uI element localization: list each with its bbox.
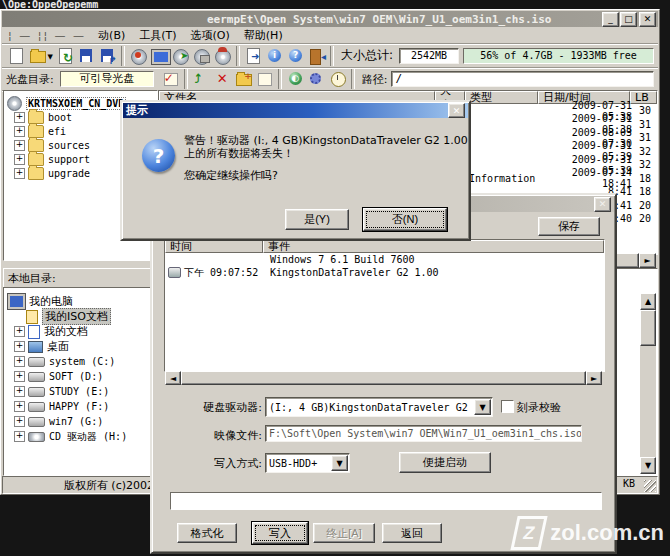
minimize-button[interactable]: _: [602, 12, 619, 27]
yes-button[interactable]: 是(Y): [285, 209, 349, 230]
menu-item[interactable]: 动(B): [98, 28, 125, 43]
verify-label[interactable]: 刻录校验: [517, 400, 561, 415]
documents-icon: [28, 325, 40, 339]
write-button[interactable]: 写入: [252, 522, 308, 544]
no-button[interactable]: 否(N): [363, 208, 447, 231]
local-tree-item[interactable]: +CD 驱动器 (H:): [4, 429, 157, 444]
help-icon[interactable]: ?: [287, 48, 304, 64]
burn-cd-icon[interactable]: [130, 48, 147, 64]
log-hscrollbar[interactable]: ◄ ►: [165, 371, 602, 385]
main-title-bar[interactable]: eermpEt\Open System\win7 OEM\Win7_U1_oem…: [2, 11, 658, 27]
bootable-status: 可引导光盘: [60, 71, 154, 87]
format-button[interactable]: 格式化: [177, 523, 237, 543]
scroll-down-icon[interactable]: ▼: [640, 457, 656, 474]
expand-plus-icon[interactable]: +: [14, 416, 25, 427]
drive-select-arrow-icon[interactable]: ▼: [474, 399, 491, 415]
local-tree-item[interactable]: +SOFT (D:): [4, 369, 157, 384]
rip-disc-icon[interactable]: [193, 48, 210, 64]
write-dialog-close-icon[interactable]: ✕: [594, 197, 611, 212]
local-item-label: SOFT (D:): [49, 371, 103, 382]
scroll-up-icon[interactable]: ▲: [640, 293, 656, 310]
local-tree-item[interactable]: +STUDY (E:): [4, 384, 157, 399]
open-image-icon[interactable]: ▼: [29, 48, 53, 64]
save-as-icon[interactable]: ↱: [99, 48, 116, 64]
expand-plus-icon[interactable]: +: [14, 341, 25, 352]
local-list-vscrollbar[interactable]: ▲ ▼: [640, 293, 656, 474]
log-column-event[interactable]: 事件: [263, 240, 604, 253]
abort-button[interactable]: 终止[A]: [313, 523, 375, 543]
drive-select-value: (I:, 4 GB)KingstonDataTraveler G2 1.00: [266, 402, 474, 413]
menu-item[interactable]: 选项(O): [191, 28, 230, 43]
back-button[interactable]: 返回: [382, 523, 442, 543]
write-method-select[interactable]: USB-HDD+ ▼: [265, 453, 350, 473]
menu-item[interactable]: 帮助(H): [244, 28, 283, 43]
scroll-right-icon[interactable]: ►: [639, 253, 656, 268]
local-item-label: CD 驱动器 (H:): [49, 430, 127, 444]
make-image-icon[interactable]: [151, 48, 168, 64]
verify-doc-icon[interactable]: ✓: [162, 71, 179, 87]
path-label: 路径:: [362, 72, 388, 87]
quick-boot-button[interactable]: 便捷启动: [399, 452, 491, 473]
expand-plus-icon[interactable]: +: [14, 112, 25, 123]
rename-icon[interactable]: [256, 71, 273, 87]
write-method-arrow-icon[interactable]: ▼: [331, 455, 348, 471]
save-log-button[interactable]: 保存: [538, 217, 600, 236]
history-clock-icon[interactable]: [329, 71, 346, 87]
boot-disc-icon[interactable]: [214, 48, 231, 64]
expand-plus-icon[interactable]: +: [14, 154, 25, 165]
expand-plus-icon[interactable]: +: [14, 126, 25, 137]
expand-plus-icon[interactable]: +: [14, 140, 25, 151]
local-tree-item[interactable]: +win7 (G:): [4, 414, 157, 429]
maximize-button[interactable]: □: [620, 12, 637, 27]
extract-icon[interactable]: ⤴: [193, 71, 210, 87]
local-tree-item[interactable]: 我的电脑: [4, 294, 157, 309]
expand-plus-icon[interactable]: +: [14, 371, 25, 382]
event-log-row[interactable]: 下午 09:07:52KingstonDataTraveler G2 1.00: [165, 266, 604, 279]
column-type[interactable]: 类型: [465, 91, 538, 104]
resize-grip[interactable]: [644, 480, 656, 492]
event-log-row[interactable]: Windows 7 6.1 Build 7600: [165, 253, 604, 266]
image-file-field[interactable]: F:\Soft\Open System\win7 OEM\Win7_U1_oem…: [265, 425, 582, 442]
prompt-title-bar[interactable]: 提示 ✕: [123, 103, 468, 118]
expand-plus-icon[interactable]: +: [14, 401, 25, 412]
local-tree-item[interactable]: +桌面: [4, 339, 157, 354]
scroll-right-icon[interactable]: ►: [586, 371, 602, 385]
path-field[interactable]: /: [391, 71, 654, 87]
status-left: 版权所有 (c)2002: [2, 476, 159, 494]
local-item-label: 桌面: [47, 339, 69, 354]
expand-plus-icon[interactable]: +: [14, 356, 25, 367]
expand-plus-icon[interactable]: +: [14, 386, 25, 397]
convert-icon[interactable]: ↻: [57, 48, 74, 64]
close-button[interactable]: ✕: [639, 12, 656, 27]
save-icon[interactable]: [78, 48, 95, 64]
settings-gear-icon[interactable]: [308, 71, 325, 87]
expand-plus-icon[interactable]: +: [14, 431, 25, 442]
export-icon[interactable]: ➜: [245, 48, 262, 64]
exit-icon[interactable]: ◂: [308, 48, 325, 64]
drive-select[interactable]: (I:, 4 GB)KingstonDataTraveler G2 1.00 ▼: [265, 397, 493, 417]
folder-label: upgrade: [48, 168, 90, 179]
log-column-time[interactable]: 时间: [165, 240, 263, 253]
new-folder-icon[interactable]: +: [235, 71, 252, 87]
local-tree-item[interactable]: +system (C:): [4, 354, 157, 369]
expand-plus-icon[interactable]: +: [14, 168, 25, 179]
verify-checkbox[interactable]: [501, 400, 514, 413]
mount-drive-icon[interactable]: ➤: [172, 48, 189, 64]
prompt-close-icon[interactable]: ✕: [448, 103, 465, 118]
local-tree-item[interactable]: 我的ISO文档: [4, 309, 157, 324]
iso-root-label: KRTMSXOEM_CN_DVD: [26, 97, 126, 110]
scroll-left-icon[interactable]: ◄: [165, 371, 181, 385]
column-lb[interactable]: LB: [630, 91, 657, 104]
new-image-icon[interactable]: [8, 48, 25, 64]
local-tree-item[interactable]: +我的文档: [4, 324, 157, 339]
menu-item[interactable]: 工具(T): [139, 28, 176, 43]
main-toolbar: ▼ ↻ ↱ ➤ ➜ i ? ◂ 大小总计: 2542MB 56% of 4.7G…: [2, 44, 658, 68]
refresh-icon[interactable]: ◐: [287, 71, 304, 87]
local-tree-item[interactable]: +HAPPY (F:): [4, 399, 157, 414]
desktop-icon: [28, 341, 43, 353]
info-icon[interactable]: i: [266, 48, 283, 64]
watermark-logo-icon: Z: [511, 516, 548, 550]
delete-icon[interactable]: ✕: [214, 71, 231, 87]
watermark-text: zol.com.cn: [550, 520, 664, 546]
expand-plus-icon[interactable]: +: [14, 326, 25, 337]
